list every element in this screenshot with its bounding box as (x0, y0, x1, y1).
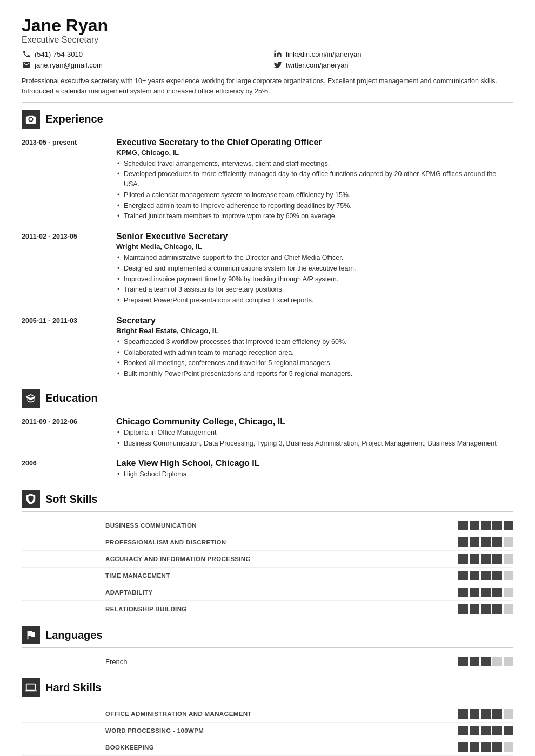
education-title: Education (45, 392, 98, 404)
skill-bar-filled (458, 709, 468, 719)
edu-dates: 2006 (22, 458, 105, 480)
experience-job-row: 2011-02 - 2013-05Senior Executive Secret… (22, 232, 513, 306)
soft-skills-icon (22, 490, 40, 508)
linkedin-item: linkedin.com/in/janeryan (273, 49, 513, 59)
job-title: Senior Executive Secretary (116, 232, 513, 241)
skill-bar-filled (492, 588, 502, 597)
skill-name: BOOKKEEPING (105, 744, 458, 751)
edu-bullet: Diploma in Office Management (116, 428, 513, 438)
skill-bar-filled (470, 726, 479, 735)
skill-row: WORD PROCESSING - 100WPM (22, 723, 513, 739)
skill-row: ADAPTABILITY (22, 584, 513, 601)
skill-bars (458, 588, 513, 597)
skill-bars (458, 537, 513, 547)
skill-bar-filled (458, 604, 468, 614)
skill-bar-filled (481, 709, 491, 719)
skill-bar-filled (470, 537, 479, 547)
skill-bar-filled (492, 742, 502, 752)
skill-bar-filled (458, 554, 468, 564)
skill-name: ADAPTABILITY (105, 589, 458, 596)
skill-name: WORD PROCESSING - 100WPM (105, 727, 458, 734)
job-dates: 2011-02 - 2013-05 (22, 232, 105, 306)
edu-dates: 2011-09 - 2012-06 (22, 417, 105, 449)
skill-row: PROFESSIONALISM AND DISCRETION (22, 534, 513, 551)
skill-bar-filled (458, 537, 468, 547)
skill-name: PROFESSIONALISM AND DISCRETION (105, 539, 458, 545)
skill-bar-empty (504, 604, 513, 614)
skill-bars (458, 554, 513, 564)
experience-section: Experience 2013-05 - presentExecutive Se… (22, 110, 513, 380)
job-bullet: Built monthly PowerPoint presentations a… (116, 369, 513, 379)
skill-row: BOOKKEEPING (22, 739, 513, 756)
job-title: Secretary (116, 316, 513, 326)
skill-bars (458, 521, 513, 530)
skill-row: RELATIONSHIP BUILDING (22, 601, 513, 617)
soft-skills-list: BUSINESS COMMUNICATIONPROFESSIONALISM AN… (22, 517, 513, 617)
linkedin-text: linkedin.com/in/janeryan (286, 50, 361, 58)
phone-item: (541) 754-3010 (22, 49, 262, 59)
education-row: 2006Lake View High School, Chicago ILHig… (22, 458, 513, 480)
skill-bar-empty (492, 657, 502, 666)
skill-bar-filled (470, 571, 479, 580)
skill-row: TIME MANAGEMENT (22, 568, 513, 584)
job-bullet: Prepared PowerPoint presentations and co… (116, 295, 513, 306)
skill-bar-filled (458, 571, 468, 580)
skill-bar-filled (470, 521, 479, 530)
skill-bars (458, 709, 513, 719)
skill-bar-filled (470, 657, 479, 666)
email-text: jane.ryan@gmail.com (35, 61, 103, 69)
skill-bar-empty (504, 742, 513, 752)
job-title: Executive Secretary to the Chief Operati… (116, 138, 513, 147)
job-bullets: Scheduled travel arrangements, interview… (116, 159, 513, 222)
job-content: Executive Secretary to the Chief Operati… (116, 138, 513, 222)
experience-icon (22, 110, 40, 129)
skill-bar-filled (492, 571, 502, 580)
job-bullet: Trained a team of 3 assistants for secre… (116, 285, 513, 295)
job-bullets: Maintained administrative support to the… (116, 253, 513, 306)
edu-bullets: High School Diploma (116, 469, 513, 480)
skill-bar-filled (458, 742, 468, 752)
education-row: 2011-09 - 2012-06Chicago Community Colle… (22, 417, 513, 449)
resume-header: Jane Ryan Executive Secretary (541) 754-… (22, 16, 513, 70)
education-items: 2011-09 - 2012-06Chicago Community Colle… (22, 417, 513, 480)
experience-job-row: 2005-11 - 2011-03SecretaryBright Real Es… (22, 316, 513, 380)
email-item: jane.ryan@gmail.com (22, 60, 262, 70)
skill-bar-empty (504, 554, 513, 564)
job-company: KPMG, Chicago, IL (116, 148, 513, 157)
soft-skills-title: Soft Skills (45, 493, 98, 505)
skill-bar-filled (458, 521, 468, 530)
soft-skills-header: Soft Skills (22, 490, 513, 512)
experience-jobs: 2013-05 - presentExecutive Secretary to … (22, 138, 513, 380)
skill-bar-filled (470, 709, 479, 719)
skill-bar-filled (481, 604, 491, 614)
skill-name: OFFICE ADMINISTRATION AND MANAGEMENT (105, 711, 458, 717)
skill-bar-empty (504, 709, 513, 719)
skill-bar-filled (492, 604, 502, 614)
skill-bar-empty (504, 537, 513, 547)
twitter-icon (273, 60, 283, 70)
job-content: SecretaryBright Real Estate, Chicago, IL… (116, 316, 513, 380)
twitter-item: twitter.com/janeryan (273, 60, 513, 70)
hard-skills-title: Hard Skills (45, 681, 101, 694)
skill-bar-empty (504, 588, 513, 597)
job-bullets: Spearheaded 3 workflow processes that im… (116, 337, 513, 379)
job-bullet: Trained junior team members to improve w… (116, 211, 513, 221)
education-icon (22, 389, 40, 408)
skill-bar-filled (481, 588, 491, 597)
edu-bullet: High School Diploma (116, 469, 513, 480)
job-bullet: Maintained administrative support to the… (116, 253, 513, 263)
skill-bar-filled (504, 726, 513, 735)
skill-bar-filled (481, 726, 491, 735)
job-bullet: Developed procedures to more efficiently… (116, 169, 513, 190)
skill-name: ACCURACY AND INFORMATION PROCESSING (105, 556, 458, 562)
phone-text: (541) 754-3010 (35, 50, 83, 58)
experience-title: Experience (45, 113, 103, 125)
edu-content: Lake View High School, Chicago ILHigh Sc… (116, 458, 513, 480)
skill-bar-filled (481, 571, 491, 580)
skill-bars (458, 604, 513, 614)
skill-bar-filled (481, 657, 491, 666)
edu-school: Lake View High School, Chicago IL (116, 458, 513, 468)
skill-name: French (105, 658, 458, 666)
experience-header: Experience (22, 110, 513, 132)
experience-job-row: 2013-05 - presentExecutive Secretary to … (22, 138, 513, 222)
